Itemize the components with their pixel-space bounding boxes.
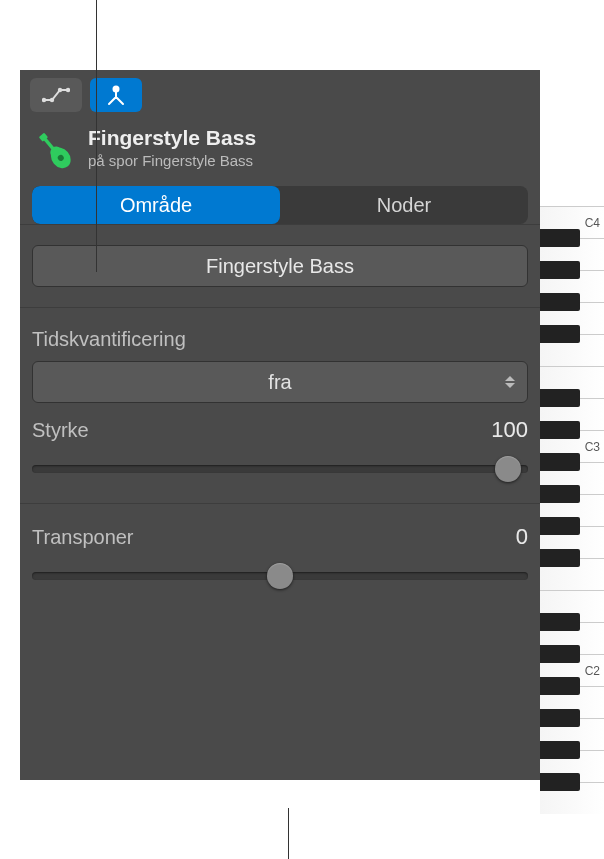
transpose-slider[interactable] <box>32 562 528 590</box>
black-key[interactable] <box>540 261 580 279</box>
piano-roll-button[interactable] <box>90 78 142 112</box>
slider-thumb[interactable] <box>267 563 293 589</box>
key-label: C4 <box>585 216 600 230</box>
black-key[interactable] <box>540 549 580 567</box>
black-key[interactable] <box>540 773 580 791</box>
tab-label: Noder <box>377 194 431 217</box>
callout-line-top <box>96 0 97 272</box>
velocity-slider[interactable] <box>32 455 528 483</box>
tab-label: Område <box>120 194 192 217</box>
chevron-updown-icon <box>505 376 515 388</box>
transpose-value: 0 <box>516 524 528 550</box>
region-name-text: Fingerstyle Bass <box>206 255 354 278</box>
black-key[interactable] <box>540 677 580 695</box>
black-key[interactable] <box>540 613 580 631</box>
velocity-value: 100 <box>491 417 528 443</box>
quantize-value: fra <box>268 371 291 394</box>
velocity-label: Styrke <box>32 419 89 442</box>
quantize-label: Tidskvantificering <box>32 328 528 351</box>
black-key[interactable] <box>540 709 580 727</box>
piano-keyboard[interactable]: C4C3C2 <box>540 206 604 859</box>
quantize-section: Tidskvantificering fra Styrke 100 <box>20 307 540 503</box>
track-title: Fingerstyle Bass <box>88 126 256 150</box>
transpose-label: Transponer <box>32 526 134 549</box>
automation-curve-button[interactable] <box>30 78 82 112</box>
svg-point-0 <box>42 98 46 102</box>
black-key[interactable] <box>540 741 580 759</box>
tab-region[interactable]: Område <box>32 186 280 224</box>
tab-bar: Område Noder <box>32 186 528 224</box>
black-key[interactable] <box>540 645 580 663</box>
tab-notes[interactable]: Noder <box>280 186 528 224</box>
transpose-row: Transponer 0 <box>32 524 528 550</box>
view-mode-buttons <box>20 70 540 120</box>
black-key[interactable] <box>540 325 580 343</box>
black-key[interactable] <box>540 421 580 439</box>
quantize-select[interactable]: fra <box>32 361 528 403</box>
slider-thumb[interactable] <box>495 456 521 482</box>
transpose-section: Transponer 0 <box>20 503 540 610</box>
black-key[interactable] <box>540 453 580 471</box>
guitar-icon <box>32 128 78 174</box>
svg-point-3 <box>66 88 70 92</box>
callout-line-bottom <box>288 808 289 859</box>
track-subtitle: på spor Fingerstyle Bass <box>88 152 256 169</box>
velocity-row: Styrke 100 <box>32 417 528 443</box>
black-key[interactable] <box>540 485 580 503</box>
key-label: C2 <box>585 664 600 678</box>
inspector-panel: Fingerstyle Bass på spor Fingerstyle Bas… <box>20 70 540 780</box>
svg-point-2 <box>58 88 62 92</box>
black-key[interactable] <box>540 517 580 535</box>
black-key[interactable] <box>540 229 580 247</box>
region-name-section: Fingerstyle Bass <box>20 224 540 307</box>
track-header: Fingerstyle Bass på spor Fingerstyle Bas… <box>20 120 540 186</box>
key-label: C3 <box>585 440 600 454</box>
region-name-field[interactable]: Fingerstyle Bass <box>32 245 528 287</box>
black-key[interactable] <box>540 293 580 311</box>
black-key[interactable] <box>540 389 580 407</box>
svg-point-1 <box>50 98 54 102</box>
